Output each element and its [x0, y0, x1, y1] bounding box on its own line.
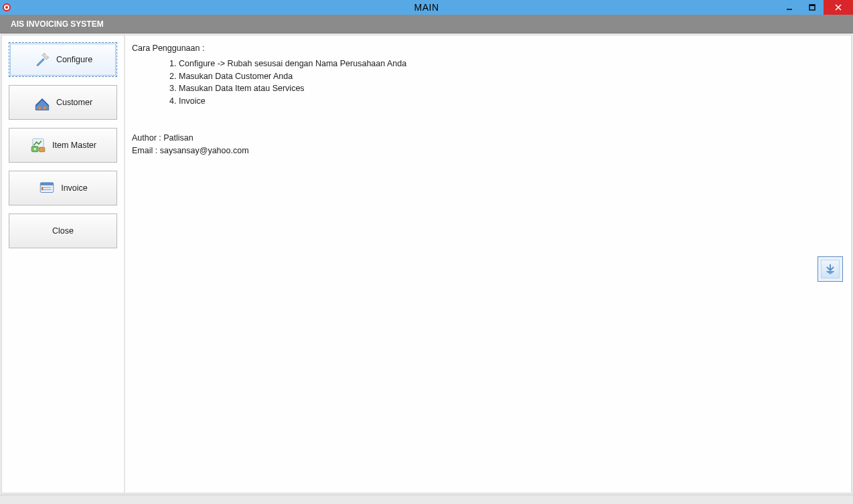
close-window-button[interactable] — [824, 0, 853, 15]
item-master-button[interactable]: Item Master — [9, 128, 117, 163]
close-button[interactable]: Close — [9, 214, 117, 248]
author-line: Author : Patlisan — [132, 132, 838, 145]
svg-rect-15 — [42, 187, 43, 190]
usage-heading: Cara Penggunaan : — [132, 42, 838, 55]
download-icon — [821, 260, 840, 278]
svg-rect-12 — [40, 183, 54, 185]
window-title: MAIN — [414, 2, 439, 13]
usage-step: Masukan Data Item atau Services — [179, 82, 838, 95]
app-subheader-title: AIS INVOICING SYSTEM — [11, 19, 104, 29]
wrench-icon — [33, 51, 51, 68]
download-button[interactable] — [818, 256, 843, 282]
usage-step: Invoice — [179, 95, 838, 108]
customer-label: Customer — [56, 98, 92, 107]
svg-point-5 — [46, 54, 48, 56]
sidebar: Configure Customer — [2, 35, 125, 493]
titlebar: MAIN — [0, 0, 853, 15]
configure-label: Configure — [56, 55, 92, 64]
minimize-button[interactable] — [778, 0, 801, 15]
app-icon — [3, 3, 11, 11]
svg-rect-10 — [40, 147, 45, 152]
svg-point-6 — [37, 106, 41, 110]
app-subheader: AIS INVOICING SYSTEM — [0, 15, 853, 33]
invoice-icon — [38, 179, 56, 197]
item-master-icon — [29, 137, 47, 154]
svg-point-7 — [44, 106, 47, 110]
workspace: Configure Customer — [1, 35, 852, 493]
svg-rect-2 — [809, 5, 815, 6]
statusbar — [0, 495, 853, 504]
invoice-button[interactable]: Invoice — [9, 171, 117, 205]
invoice-label: Invoice — [61, 183, 88, 193]
maximize-button[interactable] — [801, 0, 824, 15]
item-master-label: Item Master — [52, 141, 96, 150]
content-area: Cara Penggunaan : Configure -> Rubah ses… — [125, 35, 851, 493]
usage-step: Masukan Data Customer Anda — [179, 70, 838, 83]
customer-icon — [33, 94, 51, 111]
window-controls — [778, 0, 853, 15]
close-label: Close — [52, 226, 74, 236]
usage-step: Configure -> Rubah sesusai dengan Nama P… — [179, 58, 838, 70]
configure-button[interactable]: Configure — [9, 42, 117, 77]
customer-button[interactable]: Customer — [9, 85, 117, 120]
usage-steps: Configure -> Rubah sesusai dengan Nama P… — [179, 58, 838, 108]
email-line: Email : saysansay@yahoo.com — [132, 145, 838, 157]
